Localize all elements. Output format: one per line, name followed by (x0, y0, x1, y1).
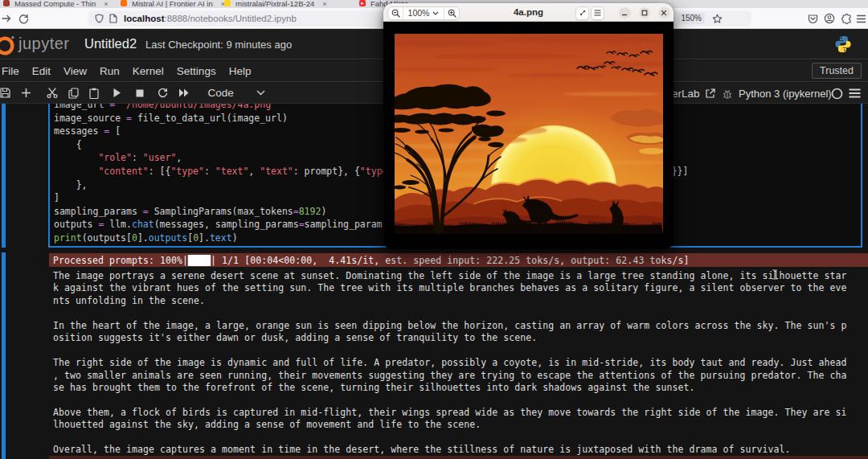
tab-title: Mistral AI | Frontier AI in (132, 0, 213, 8)
shield-icon[interactable] (95, 14, 104, 23)
viewer-header-bar[interactable]: 100% 4a.png (383, 3, 674, 22)
jupyter-logo-text[interactable]: jupyter (18, 35, 70, 53)
tab-close-icon[interactable]: × (104, 0, 108, 8)
menu-help[interactable]: Help (223, 65, 258, 77)
output-collapser[interactable] (2, 252, 6, 459)
url-path: :8888/notebooks/Untitled2.ipynb (164, 14, 296, 23)
viewer-hamburger-icon (594, 10, 601, 16)
menu-run[interactable]: Run (93, 65, 126, 77)
debugger-button[interactable] (723, 83, 732, 104)
fullscreen-icon (579, 9, 587, 17)
menu-settings[interactable]: Settings (170, 65, 223, 77)
next-output-strip (49, 456, 868, 459)
last-checkpoint-label: Last Checkpoint: 9 minutes ago (145, 39, 292, 51)
hamburger-menu-icon (856, 14, 866, 23)
viewer-zoom-controls: 100% (387, 6, 460, 20)
massed-compute-icon (3, 0, 10, 6)
mistral-icon (121, 0, 127, 6)
menu-kernel[interactable]: Kernel (126, 65, 170, 77)
zoom-out-icon (391, 9, 400, 18)
extensions-puzzle-icon (841, 14, 852, 24)
app-menu-button[interactable] (856, 8, 866, 29)
kernel-status-indicator[interactable] (831, 83, 843, 104)
close-button[interactable] (658, 7, 670, 19)
browser-tab[interactable]: mistralai/Pixtral-12B-24× (224, 0, 337, 8)
reload-button[interactable] (18, 8, 29, 29)
browser-tab[interactable]: Mistral AI | Frontier AI in× (121, 0, 223, 8)
external-link-icon (706, 88, 715, 98)
bookmark-star-icon[interactable] (712, 14, 723, 24)
pocket-button[interactable] (808, 8, 818, 29)
cell-output-text: The image portrays a serene desert scene… (53, 270, 847, 457)
progress-text: Processed prompts: 100%|████| 1/1 [00:04… (53, 255, 689, 266)
minimize-icon (621, 10, 628, 16)
forward-button[interactable] (2, 8, 11, 29)
maximize-button[interactable] (639, 7, 651, 19)
input-collapser[interactable] (2, 104, 6, 248)
url-host: localhost (124, 14, 164, 23)
zoom-level-value: 100% (408, 8, 430, 18)
zoom-chevron-icon (432, 11, 439, 15)
youtube-icon: ▸ (359, 0, 366, 6)
pocket-icon (808, 14, 818, 24)
tab-close-icon[interactable]: × (322, 0, 326, 8)
menu-edit[interactable]: Edit (26, 65, 57, 77)
open-jupyterlab-link[interactable]: erLab (672, 83, 715, 104)
viewer-canvas[interactable] (383, 22, 674, 249)
progress-prefix: Processed prompts: 100%| (53, 255, 188, 266)
minimize-button[interactable] (619, 7, 631, 19)
text-cursor (772, 269, 778, 280)
account-icon (824, 13, 835, 24)
zoom-indicator[interactable]: 150% (678, 13, 705, 24)
forward-arrow-icon (2, 14, 11, 23)
notebook-title[interactable]: Untitled2 (84, 36, 137, 51)
browser-tab[interactable]: Massed Compute - Thin× (3, 0, 111, 8)
reload-icon (18, 14, 29, 24)
toolbar-hamburger-icon (849, 88, 861, 98)
notebook-tools-button[interactable] (849, 83, 861, 104)
jupyter-logo-icon[interactable] (0, 35, 16, 55)
progress-suffix: | 1/1 [00:04<00:00, 4.41s/it, est. speed… (211, 255, 689, 266)
python-logo-icon (834, 35, 852, 53)
url-text: localhost:8888/notebooks/Untitled2.ipynb (124, 14, 297, 23)
menu-view[interactable]: View (57, 65, 93, 77)
viewer-menu-button[interactable] (591, 6, 604, 20)
vllm-progress-line: Processed prompts: 100%|████| 1/1 [00:04… (49, 253, 868, 267)
kernel-name-button[interactable]: Python 3 (ipykernel) (739, 83, 832, 104)
menu-file[interactable]: File (0, 65, 26, 77)
image-viewer-window[interactable]: 100% 4a.png (383, 3, 674, 249)
zoom-in-button[interactable] (444, 7, 459, 19)
tab-title: mistralai/Pixtral-12B-24 (235, 0, 314, 8)
zoom-out-button[interactable] (388, 7, 403, 19)
extensions-button[interactable] (841, 8, 852, 29)
sunset-painting (395, 34, 663, 234)
tab-title: Massed Compute - Thin (14, 0, 96, 8)
page-info-icon[interactable] (109, 14, 117, 23)
jupyterlab-link-label: erLab (672, 88, 700, 100)
fullscreen-button[interactable] (575, 6, 589, 20)
debugger-bug-icon (723, 88, 732, 99)
trusted-badge[interactable]: Trusted (812, 63, 862, 79)
progress-bar-fill: ████ (188, 255, 211, 266)
zoom-in-icon (448, 9, 457, 18)
zoom-level-dropdown[interactable]: 100% (403, 7, 444, 19)
close-icon (661, 10, 667, 16)
maximize-icon (641, 10, 648, 16)
kernel-idle-circle-icon (831, 88, 843, 100)
huggingface-icon (224, 0, 231, 6)
account-button[interactable] (824, 8, 835, 29)
